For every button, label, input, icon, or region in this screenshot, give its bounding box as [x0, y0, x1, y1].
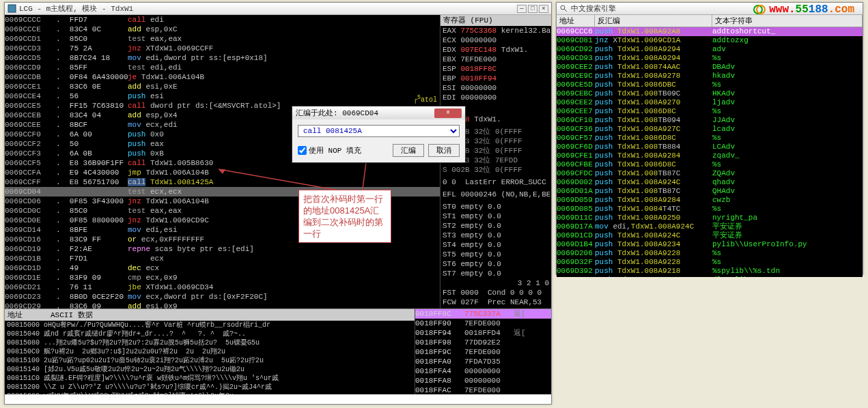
disasm-row[interactable]: 0069CD1B. F7D1 ecx	[5, 254, 440, 263]
disasm-row[interactable]: 0069CD23. 8B0D 0CE2F20mov ecx,dword ptr …	[5, 292, 440, 302]
hexdump-pane[interactable]: 地址 ASCII 数据 00815000 oHQu餐Pw/./Pu?QuWWHQ…	[5, 309, 415, 394]
window-controls: ─ □ ×	[517, 5, 548, 13]
disasm-row[interactable]: 0069CCFF. E8 56751700call TdxW1.0081425A	[5, 177, 440, 187]
nop-fill-checkbox[interactable]: 使用 NOP 填充	[298, 145, 389, 156]
close-button[interactable]: ×	[539, 5, 548, 13]
dialog-close-button[interactable]: ×	[434, 108, 462, 118]
maximize-button[interactable]: □	[528, 5, 537, 13]
stack-row[interactable]: 0018FF907EFDE000	[415, 319, 551, 328]
xref-row[interactable]: 0069CD92push TdxW1.008A9294adv	[557, 45, 863, 54]
disasm-row[interactable]: 0069CCD9. 85FFtest edi,edi	[5, 63, 440, 72]
xref-row[interactable]: 0069D206push TdxW1.008A9228%s	[557, 249, 863, 258]
disasm-row[interactable]: 0069CD19. F2:AErepne scas byte ptr es:[e…	[5, 244, 440, 254]
stack-row[interactable]: 0018FF9C7EFDE000	[415, 347, 551, 357]
xref-col-dis[interactable]: 反汇编	[595, 15, 712, 27]
xref-row[interactable]: 0069CEBCpush TdxW1.008TB09CHKAdv	[557, 89, 863, 98]
xref-row[interactable]: 0069D675push TdxW1.008A921Ddlgpylib_	[557, 276, 863, 277]
xref-row[interactable]: 0069D002push TdxW1.008A924Cqhadv	[557, 178, 863, 187]
disasm-row[interactable]: 0069CCD1. 85C0test eax,eax	[5, 34, 440, 44]
xref-columns: 地址 反汇编 文本字符串	[557, 15, 863, 27]
search-icon	[559, 4, 568, 13]
xref-row[interactable]: 0069CEE2push TdxW1.008A9270ljadv	[557, 98, 863, 107]
disasm-row[interactable]: 0069CCDB. 0F84 6A430000je TdxW1.006A104B	[5, 72, 440, 82]
stack-row[interactable]: 0018FFA07FDA7D35	[415, 357, 551, 366]
xref-row[interactable]: 0069CEE2push TdxW1.00874AACDBAdv	[557, 63, 863, 72]
xref-row[interactable]: 0069CF57push TdxW1.0086D8C%s	[557, 134, 863, 143]
dump-col-addr: 地址	[8, 310, 51, 320]
registers-header: 寄存器 (FPU)	[440, 15, 551, 26]
svg-line-6	[564, 9, 567, 12]
disasm-row[interactable]: 0069CCD3. 75 2Ajnz XTdxW1.0069CCFF	[5, 44, 440, 53]
xref-row[interactable]: 0069CD81jnz XTdxW1.0069CD1Aaddtozxg	[557, 36, 863, 45]
disasm-row[interactable]: 0069CCE1. 83C6 0Eadd esi,0xE	[5, 82, 440, 91]
assemble-input[interactable]: call 0081425A	[298, 125, 460, 137]
xref-col-text[interactable]: 文本字符串	[712, 15, 863, 27]
stack-row[interactable]: 0018FFA400000000	[415, 366, 551, 376]
xref-row[interactable]: 0069D392push TdxW1.008A9218%spylib\\%s.t…	[557, 267, 863, 276]
xref-row[interactable]: 0069CF36push TdxW1.008A927Clcadv	[557, 125, 863, 134]
disasm-row[interactable]: 0069CD21. 76 11jbe XTdxW1.0069CD34	[5, 282, 440, 292]
xref-row[interactable]: 0069D32Fpush TdxW1.008A9228%s	[557, 258, 863, 267]
xref-row[interactable]: 0069CF10push TdxW1.008TB094JJAdv	[557, 116, 863, 125]
stack-row[interactable]: 0018FF8C775C337A返[	[415, 309, 551, 319]
dialog-title: 汇编于此处: 0069CD04	[296, 108, 434, 118]
xref-row[interactable]: 0069D11Cpush TdxW1.008A9250nyright_pa	[557, 214, 863, 222]
debugger-window: LCG - m主线程, 模块 - TdxW1 ─ □ × ┌5atol0069C…	[4, 2, 552, 405]
disasm-row[interactable]: 0069CD1E. 83F9 09cmp ecx,0x9	[5, 273, 440, 282]
xref-row[interactable]: 0069D01Apush TdxW1.008TB87CQHAdv	[557, 187, 863, 196]
minimize-button[interactable]: ─	[517, 5, 527, 13]
disasm-row[interactable]: 0069CCFA. E9 4C430000jmp TdxW1.006A104B	[5, 168, 440, 177]
xref-row[interactable]: 0069CEE7push TdxW1.0086D8C%s	[557, 107, 863, 116]
xref-row[interactable]: 0069CE5Dpush TdxW1.0086DBC%s	[557, 81, 863, 89]
disasm-row[interactable]: 0069CD1D. 49dec ecx	[5, 263, 440, 273]
main-titlebar[interactable]: LCG - m主线程, 模块 - TdxW1 ─ □ ×	[5, 3, 551, 15]
xref-row[interactable]: 0069CCC6push TdxW1.008A92A8addtoshortcut…	[557, 27, 863, 36]
stack-row[interactable]: 0018FF940018FFD4返[	[415, 328, 551, 338]
stack-row[interactable]: 0018FFAC7EFDE000	[415, 385, 551, 394]
stack-row[interactable]: 0018FF9877DD92E2	[415, 338, 551, 347]
disasm-row[interactable]: 0069CCD5. 8B7C24 18mov edi,dword ptr ss:…	[5, 53, 440, 63]
dump-col-data: ASCII 数据	[51, 310, 93, 320]
xref-row[interactable]: 0069CFBEpush TdxW1.0086D8C%s	[557, 160, 863, 169]
xref-row[interactable]: 0069CE9Cpush TdxW1.008A9278hkadv	[557, 72, 863, 81]
svg-rect-0	[8, 5, 16, 12]
watermark: www.55188.com	[753, 3, 854, 16]
xref-row[interactable]: 0069D1B4push TdxW1.008A9234pylib\\UserPr…	[557, 240, 863, 249]
stack-pane[interactable]: 0018FF8C775C337A返[0018FF907EFDE0000018FF…	[415, 309, 551, 394]
disasm-row[interactable]: 0069CCE4. 56push esi	[5, 91, 440, 101]
xref-body[interactable]: 0069CCC6push TdxW1.008A92A8addtoshortcut…	[557, 27, 863, 277]
search-engine-window: 中文搜索引擎 地址 反汇编 文本字符串 0069CCC6push TdxW1.0…	[556, 2, 863, 275]
annotation-note: 把首次补码时第一行的地址0081425A汇编到二次补码时的第一行	[298, 190, 391, 243]
assemble-ok-button[interactable]: 汇编	[393, 144, 424, 157]
xref-row[interactable]: 0069CFE1push TdxW1.008A9284zqadv_	[557, 151, 863, 160]
xref-row[interactable]: 0069D085push TdxW1.0084T4TC%s	[557, 205, 863, 214]
dialog-titlebar[interactable]: 汇编于此处: 0069CD04 ×	[292, 106, 465, 119]
assemble-dialog: 汇编于此处: 0069CD04 × call 0081425A 使用 NOP 填…	[292, 106, 466, 163]
app-icon	[8, 4, 16, 13]
main-title: LCG - m主线程, 模块 - TdxW1	[19, 3, 517, 14]
dump-body: 00815000 oHQu餐Pw/./Pu?QuWWHQu....窨^r Var…	[5, 321, 415, 394]
xref-row[interactable]: 0069CFDCpush TdxW1.008TB87CZQAdv	[557, 169, 863, 178]
xref-col-addr[interactable]: 地址	[557, 15, 595, 27]
xref-row[interactable]: 0069CD93push TdxW1.008A9294%s	[557, 54, 863, 63]
stack-row[interactable]: 0018FFA800000000	[415, 376, 551, 385]
xref-row[interactable]: 0069D059push TdxW1.008A9284cwzb	[557, 196, 863, 205]
xref-row[interactable]: 0069CF6Dpush TdxW1.008TB884LCAdv	[557, 143, 863, 151]
xref-row[interactable]: 0069D1CDpush TdxW1.008A924C平安证券	[557, 231, 863, 240]
disasm-row[interactable]: 0069CCCC. FFD7call edi	[5, 15, 440, 25]
disasm-row[interactable]: 0069CCCE. 83C4 0Cadd esp,0xC	[5, 25, 440, 34]
disasm-row[interactable]: 0069CD29. 83C6 09add esi,0x9	[5, 302, 440, 308]
assemble-cancel-button[interactable]: 取消	[428, 144, 460, 157]
xref-row[interactable]: 0069D17Amov edi,TdxW1.008A924C平安证券	[557, 222, 863, 231]
